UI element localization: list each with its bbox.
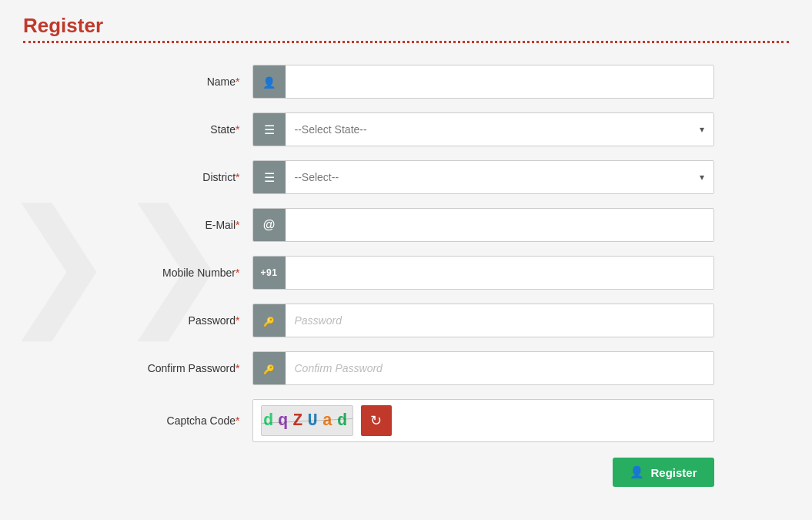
- district-select-wrapper: --Select-- ▾: [286, 161, 713, 193]
- email-label: E-Mail*: [99, 219, 252, 231]
- captcha-input-group: dq ZUad ↻: [252, 399, 714, 442]
- state-label: State*: [99, 123, 252, 136]
- state-input-group: --Select State--Andhra PradeshArunachal …: [252, 112, 714, 146]
- name-row: Name*: [99, 65, 714, 99]
- captcha-image: dq ZUad: [261, 405, 353, 436]
- registration-form: Name* State* --Select State--Andhra Prad…: [99, 65, 714, 487]
- state-select[interactable]: --Select State--Andhra PradeshArunachal …: [286, 113, 713, 146]
- district-label: District*: [99, 171, 252, 183]
- user-icon: [253, 65, 286, 98]
- register-button-label: Register: [650, 466, 697, 479]
- confirm-password-input-group: [252, 351, 714, 385]
- password-label: Password*: [99, 314, 252, 327]
- list-icon-district: [253, 161, 286, 193]
- register-person-icon: 👤: [630, 465, 644, 479]
- mobile-row: Mobile Number* +91: [99, 256, 714, 290]
- district-row: District* --Select-- ▾: [99, 160, 714, 194]
- captcha-row: Captcha Code* dq ZUad ↻: [99, 399, 714, 442]
- mobile-input[interactable]: [286, 257, 713, 289]
- state-row: State* --Select State--Andhra PradeshAru…: [99, 112, 714, 146]
- name-input-group: [252, 65, 714, 99]
- button-row: 👤 Register: [99, 458, 714, 487]
- page-title: Register: [23, 14, 789, 38]
- captcha-text-display: dq ZUad: [263, 411, 350, 431]
- captcha-label: Captcha Code*: [99, 414, 252, 427]
- key-icon: [253, 304, 286, 337]
- list-icon: [253, 113, 286, 146]
- password-input[interactable]: [286, 304, 713, 337]
- state-select-wrapper: --Select State--Andhra PradeshArunachal …: [286, 113, 713, 146]
- email-input-group: [252, 208, 714, 242]
- password-input-group: [252, 304, 714, 337]
- confirm-password-label: Confirm Password*: [99, 362, 252, 374]
- phone-prefix: +91: [253, 257, 286, 289]
- mobile-input-group: +91: [252, 256, 714, 290]
- mobile-label: Mobile Number*: [99, 267, 252, 279]
- captcha-refresh-button[interactable]: ↻: [361, 405, 392, 436]
- confirm-password-input[interactable]: [286, 352, 713, 384]
- email-row: E-Mail*: [99, 208, 714, 242]
- key-icon-confirm: [253, 352, 286, 384]
- password-row: Password*: [99, 304, 714, 337]
- district-select[interactable]: --Select--: [286, 161, 713, 193]
- email-input[interactable]: [286, 209, 713, 241]
- captcha-input[interactable]: [399, 404, 706, 437]
- at-icon: [253, 209, 286, 241]
- name-input[interactable]: [286, 65, 713, 98]
- page-container: Register Name* State*: [0, 0, 812, 510]
- title-divider: [23, 41, 789, 43]
- register-button[interactable]: 👤 Register: [613, 458, 713, 487]
- name-label: Name*: [99, 75, 252, 88]
- confirm-password-row: Confirm Password*: [99, 351, 714, 385]
- district-input-group: --Select-- ▾: [252, 160, 714, 194]
